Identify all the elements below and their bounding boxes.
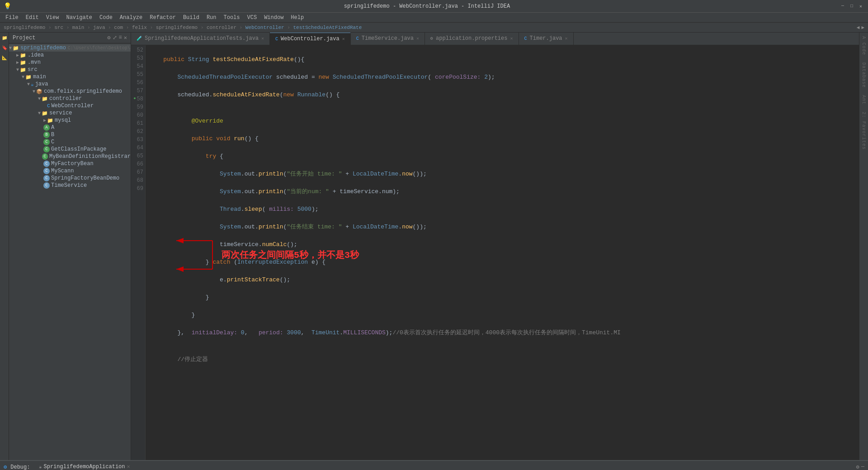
structure-icon[interactable]: 📐 [1,54,8,62]
left-icon-bar: 📁 🔖 📐 [0,33,9,460]
tree-item-c[interactable]: C C [9,138,131,146]
project-label: Project [13,35,35,41]
tree-item-idea[interactable]: ▶ 📁 .idea [9,52,131,59]
window-title: springlifedemo - WebController.java - In… [15,3,839,9]
menu-item-view[interactable]: View [42,14,63,22]
tab-webcontroller[interactable]: C WebController.java ✕ [270,33,351,45]
tree-item-service[interactable]: ▼ 📁 service [9,109,131,117]
tree-item-mybeandefinitionregistrar[interactable]: C MyBeanDefinitionRegistrar [9,153,131,160]
tree-item-java[interactable]: ▼ ☕ java [9,81,131,88]
debug-session-tab[interactable]: ☕ SpringlifedemoApplication ✕ [35,462,133,470]
project-icon[interactable]: 📁 [1,34,8,42]
main-layout: 📁 🔖 📐 Project ⚙ ⤢ ≡ ✕ ▼ 📁 springlifedemo… [0,33,868,460]
menu-item-navigate[interactable]: Navigate [62,14,96,22]
tree-item-src[interactable]: ▼ 📁 src [9,66,131,73]
menu-item-tools[interactable]: Tools [220,14,244,22]
bookmark-icon[interactable]: 🔖 [1,44,8,52]
tree-item-mysql[interactable]: ▶ 📁 mysql [9,117,131,124]
breadcrumb: springlifedemo › src › main › java › com… [0,23,868,33]
menu-item-analyze[interactable]: Analyze [116,14,146,22]
tree-item-mvn[interactable]: ▶ 📁 .mvn [9,59,131,66]
debug-session-label: Debug: [10,464,30,470]
menu-items: FileEditViewNavigateCodeAnalyzeRefactorB… [2,14,307,22]
project-panel-header: Project ⚙ ⤢ ≡ ✕ [9,33,131,43]
far-right-sidebar: A Code Database Ant 2: Favorites [859,33,868,460]
project-tree: ▼ 📁 springlifedemo C:\Users\fchen\Deskto… [9,43,131,460]
tab-close-applicationtests[interactable]: ✕ [261,36,264,41]
tab-timeservice[interactable]: C TimeService.java ✕ [351,33,425,45]
menu-item-window[interactable]: Window [260,14,287,22]
menu-item-refactor[interactable]: Refactor [146,14,179,22]
menu-item-code[interactable]: Code [96,14,116,22]
project-panel: Project ⚙ ⤢ ≡ ✕ ▼ 📁 springlifedemo C:\Us… [9,33,131,460]
breadcrumb-text: springlifedemo › src › main › java › com… [4,25,362,30]
tab-bar: 🧪 SpringlifedemoApplicationTests.java ✕ … [131,33,859,45]
menu-bar: FileEditViewNavigateCodeAnalyzeRefactorB… [0,13,868,23]
tab-applicationtests[interactable]: 🧪 SpringlifedemoApplicationTests.java ✕ [131,33,270,45]
expand-icon[interactable]: ⤢ [113,34,117,41]
tree-item-timeservice[interactable]: C TimeService [9,182,131,189]
sidebar-label-ant[interactable]: Ant [860,91,867,108]
sidebar-label-database[interactable]: Database [860,59,867,91]
menu-item-edit[interactable]: Edit [22,14,42,22]
tab-timer[interactable]: C Timer.java ✕ [519,33,574,45]
code-editor[interactable]: 52 53 54 55 56 57 ●58 59 60 61 62 63 64 … [131,45,859,460]
debug-header: ⚙ Debug: ☕ SpringlifedemoApplication ✕ ⚙… [0,461,868,470]
settings-icon[interactable]: ≡ [119,34,122,41]
debug-session-close[interactable]: ✕ [127,463,130,470]
gear-icon[interactable]: ⚙ [107,34,110,41]
tree-item-getclassinpackage[interactable]: C GetClassInPackage [9,146,131,153]
debug-icon: ⚙ [4,464,7,470]
maximize-button[interactable]: □ [848,3,855,10]
menu-item-help[interactable]: Help [287,14,307,22]
tree-item-myfactorybean[interactable]: C MyFactoryBean [9,160,131,167]
menu-item-build[interactable]: Build [179,14,203,22]
title-bar: 💡 springlifedemo - WebController.java - … [0,0,868,13]
tree-item-springfactorybeandemo[interactable]: C SpringFactoryBeanDemo [9,175,131,182]
menu-item-vcs[interactable]: VCS [244,14,261,22]
nav-forward-icon[interactable]: ▶ [861,24,864,30]
tab-close-timer[interactable]: ✕ [565,36,568,41]
tree-item-com-felix[interactable]: ▼ 📦 com.felix.springlifedemo [9,88,131,95]
close-button[interactable]: ✕ [857,3,864,10]
tab-applicationproperties[interactable]: ⚙ application.properties ✕ [425,33,519,45]
sidebar-label-favorites[interactable]: 2: Favorites [860,108,867,153]
tab-close-timeservice[interactable]: ✕ [416,36,419,41]
code-content[interactable]: public String testScheduleAtFixedRate(){… [146,45,859,460]
tab-close-webcontroller[interactable]: ✕ [342,36,345,42]
app-icon: 💡 [4,2,11,10]
tree-item-b[interactable]: B B [9,131,131,138]
tab-close-properties[interactable]: ✕ [510,36,513,41]
tree-item-myscann[interactable]: C MyScann [9,167,131,175]
nav-back-icon[interactable]: ◀ [857,24,860,30]
tree-item-a[interactable]: A A [9,124,131,131]
sidebar-label-acode[interactable]: A Code [860,33,867,59]
minimize-button[interactable]: ─ [839,3,846,10]
tree-item-main[interactable]: ▼ 📁 main [9,73,131,81]
bottom-panel: ⚙ Debug: ☕ SpringlifedemoApplication ✕ ⚙… [0,460,868,470]
close-panel-icon[interactable]: ✕ [124,34,127,41]
tree-item-controller[interactable]: ▼ 📁 controller [9,95,131,102]
settings-icon[interactable]: ⚙ [856,464,859,470]
tree-item-root[interactable]: ▼ 📁 springlifedemo C:\Users\fchen\Deskto… [9,44,131,52]
tree-item-webcontroller[interactable]: C WebController [9,102,131,109]
menu-item-run[interactable]: Run [203,14,220,22]
minimize-panel-icon[interactable]: ─ [861,464,864,470]
menu-item-file[interactable]: File [2,14,22,22]
